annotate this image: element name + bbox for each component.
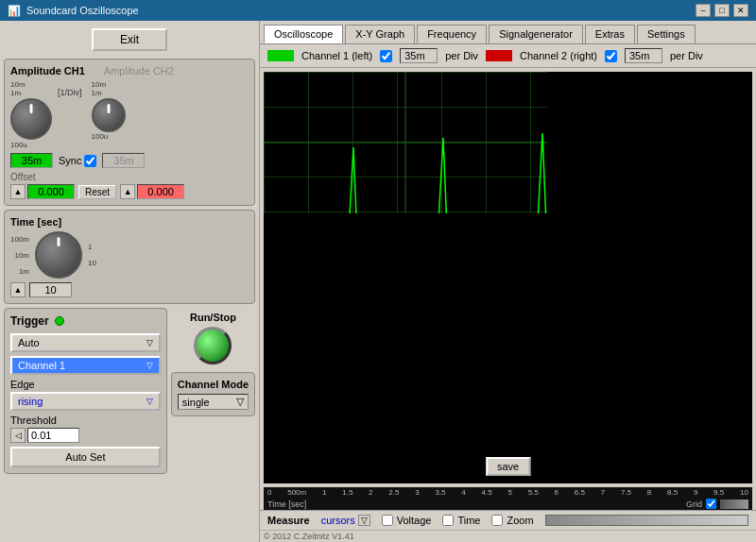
time-knob[interactable]: [35, 231, 82, 279]
threshold-spinner[interactable]: ◁: [10, 428, 26, 443]
autoset-button[interactable]: Auto Set: [10, 447, 161, 467]
ch1-label: Channel 1 (left): [301, 50, 372, 61]
left-panel: Exit Amplitude CH1 Amplitude CH2 10m 1m: [0, 21, 260, 542]
channel-mode-label: Channel Mode: [178, 379, 249, 390]
title-text: Soundcard Oszilloscope: [26, 5, 139, 16]
edge-arrow: ▽: [146, 397, 153, 406]
oscilloscope-display: save: [264, 72, 752, 483]
ch2-color-indicator: [486, 50, 512, 61]
amplitude-section: Amplitude CH1 Amplitude CH2 10m 1m 100u: [4, 59, 255, 206]
channel-mode-section: Channel Mode single ▽: [171, 372, 255, 416]
measure-bar: Measure cursors ▽ Voltage Time Zoom: [260, 510, 756, 530]
ch2-label: Channel 2 (right): [520, 50, 597, 61]
time-section: Time [sec] 100m 10m 1m 1 10 ▲ 10: [4, 210, 255, 304]
ch2-scale-max: 10m: [92, 80, 107, 89]
ch2-knob-group: 10m 1m 100u: [92, 80, 126, 141]
sync-label: Sync: [59, 155, 81, 166]
channel-mode-select[interactable]: single ▽: [178, 394, 249, 410]
save-button[interactable]: save: [486, 457, 530, 476]
ch1-value-input[interactable]: [400, 48, 438, 63]
time-scale-min: 1m: [10, 267, 29, 276]
tab-xy-graph[interactable]: X-Y Graph: [345, 25, 415, 43]
cursors-arrow[interactable]: ▽: [358, 515, 370, 526]
tab-extras[interactable]: Extras: [585, 25, 635, 43]
ch1-value-box: 35m: [10, 153, 53, 168]
time-label: Time [sec]: [10, 216, 249, 228]
ch1-knob-group: 10m 1m 100u: [10, 80, 52, 149]
runstop-button[interactable]: [194, 327, 232, 364]
bottom-section: Trigger Auto ▽ Channel 1 ▽ Edge rising ▽…: [4, 308, 255, 474]
exit-button[interactable]: Exit: [92, 28, 167, 51]
grid-checkbox[interactable]: [706, 499, 716, 509]
tab-settings[interactable]: Settings: [637, 25, 696, 43]
time-measure-label: Time: [457, 515, 480, 526]
tab-oscilloscope[interactable]: Oscilloscope: [264, 25, 343, 43]
ch2-amplitude-knob[interactable]: [92, 98, 126, 132]
right-panel: Oscilloscope X-Y Graph Frequency Signalg…: [260, 21, 756, 542]
time-spinner-up[interactable]: ▲: [10, 282, 26, 297]
ch2-amplitude-label: Amplitude CH2: [104, 65, 174, 76]
sync-checkbox[interactable]: [84, 155, 96, 167]
trigger-led: [55, 316, 64, 326]
title-bar: 📊 Soundcard Oszilloscope – □ ✕: [0, 0, 756, 21]
tab-frequency[interactable]: Frequency: [417, 25, 487, 43]
app-icon: 📊: [8, 5, 21, 17]
trigger-mode-arrow: ▽: [146, 338, 153, 347]
ch2-scale-mid: 1m: [92, 89, 102, 97]
ch1-color-indicator: [267, 50, 294, 61]
threshold-input[interactable]: [27, 428, 79, 443]
time-measure: Time: [442, 515, 480, 526]
channel-controls: Channel 1 (left) per Div Channel 2 (righ…: [260, 44, 756, 68]
time-axis-container: 0 500m 1 1.5 2 2.5 3 3.5 4 4.5 5 5.5 6 6…: [264, 487, 752, 510]
close-button[interactable]: ✕: [733, 4, 748, 17]
offset-spinner-up[interactable]: ▲: [10, 184, 26, 199]
grid-text: Grid: [686, 500, 702, 509]
ch1-scale-max: 10m: [10, 80, 26, 89]
ch2-scale-min: 100u: [92, 132, 109, 141]
time-scale-mid1: 10m: [10, 251, 29, 260]
reset-button[interactable]: Reset: [78, 185, 116, 199]
main-container: Exit Amplitude CH1 Amplitude CH2 10m 1m: [0, 21, 756, 542]
trigger-mode-button[interactable]: Auto ▽: [10, 333, 161, 352]
trigger-channel-arrow: ▽: [146, 361, 153, 370]
voltage-checkbox[interactable]: [382, 515, 393, 526]
minimize-button[interactable]: –: [696, 4, 711, 17]
grid-color-bar: [720, 500, 748, 509]
zoom-checkbox[interactable]: [491, 515, 503, 526]
time-checkbox[interactable]: [442, 515, 454, 526]
threshold-label: Threshold: [10, 415, 161, 426]
ch1-amplitude-knob[interactable]: [10, 98, 52, 140]
copyright-text: © 2012 C.Zeitnitz V1.41: [264, 532, 354, 541]
ch2-checkbox[interactable]: [605, 50, 617, 62]
grid-control: Grid: [686, 499, 748, 509]
trigger-label: Trigger: [10, 314, 49, 328]
voltage-label: Voltage: [397, 515, 432, 526]
offset-value2: 0.000: [137, 184, 184, 199]
ch2-value-input[interactable]: [625, 48, 662, 63]
ch1-checkbox[interactable]: [380, 50, 392, 62]
offset-label: Offset: [10, 172, 36, 182]
time-scale-max: 10: [88, 259, 96, 267]
time-axis-label: Time [sec]: [267, 500, 306, 509]
ch1-amplitude-label: Amplitude CH1: [10, 65, 85, 76]
cursors-text: cursors: [321, 515, 355, 526]
zoom-slider[interactable]: [545, 515, 748, 526]
channel-mode-arrow: ▽: [236, 396, 244, 408]
zoom-measure: Zoom: [491, 515, 533, 526]
runstop-section: Run/Stop: [171, 312, 255, 364]
ch2-value-box: 35m: [102, 153, 145, 168]
measure-label: Measure: [267, 515, 310, 526]
oscilloscope-grid: [264, 72, 547, 213]
maximize-button[interactable]: □: [714, 4, 730, 17]
time-scale-mid3: 1: [88, 243, 96, 251]
edge-value-button[interactable]: rising ▽: [10, 392, 161, 411]
time-axis-bottom: Time [sec] Grid: [264, 498, 752, 510]
ch1-perdiv: per Div: [445, 50, 478, 61]
offset2-spinner-up[interactable]: ▲: [120, 184, 135, 199]
div-label: [1/Div]: [58, 88, 82, 97]
time-scale-mid2: 100m: [10, 235, 29, 244]
tab-signalgenerator[interactable]: Signalgenerator: [489, 25, 583, 43]
voltage-measure: Voltage: [382, 515, 432, 526]
runstop-label: Run/Stop: [190, 312, 236, 323]
trigger-channel-button[interactable]: Channel 1 ▽: [10, 356, 161, 375]
